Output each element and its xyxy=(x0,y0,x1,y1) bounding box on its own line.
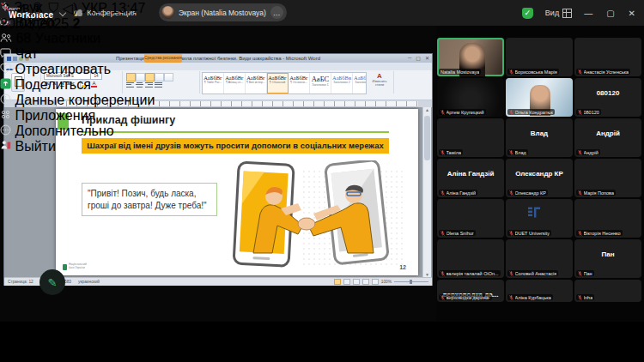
participant-tile[interactable]: Марія Попова xyxy=(574,159,641,197)
apps-button[interactable]: Приложения xyxy=(0,108,155,124)
windows-taskbar: ⌃ ✓ 🎙 ⛉ ◁) УКР 13:4720.03.2025 2 xyxy=(0,0,145,32)
style-chip[interactable]: АаБбВг ¶ Основно... xyxy=(289,73,310,94)
paragraph-mark-button[interactable] xyxy=(164,73,173,81)
zoom-slider[interactable] xyxy=(394,281,428,282)
scroll-up-icon[interactable]: ▲ xyxy=(423,107,431,112)
participant-tile[interactable]: Inha xyxy=(574,280,641,302)
tray-mic-icon[interactable]: 🎙 xyxy=(31,1,45,15)
participant-tile[interactable]: Анастасія Успенська xyxy=(574,38,641,76)
tray-antivirus-icon[interactable]: ✓ xyxy=(15,1,27,15)
participant-tile[interactable]: Таміла xyxy=(437,118,504,157)
word-close-button[interactable]: ✕ xyxy=(425,55,429,61)
style-chip[interactable]: АаБбВв Заголовок 3 xyxy=(353,73,367,94)
more-button[interactable]: Дополнительно xyxy=(0,124,155,139)
participant-tile[interactable]: верховодка да... верховодка дарина- xyxy=(437,280,504,302)
participant-tile[interactable]: Пан Пан xyxy=(574,239,641,278)
style-chip[interactable]: АаБбВг ¶ Абзац сп... xyxy=(224,73,246,94)
participant-tile[interactable]: Андрій Андрій xyxy=(574,118,641,157)
participant-name-label: Inha xyxy=(576,294,594,300)
mic-muted-icon xyxy=(509,150,513,155)
shared-screen-pill[interactable]: Экран (Natalia Mostovaya) ... xyxy=(159,3,287,21)
participant-name-label: Ольга Кондратюк xyxy=(507,109,555,115)
word-minimize-button[interactable]: ─ xyxy=(408,55,411,61)
leave-button[interactable]: Выйти xyxy=(0,139,155,154)
participant-tile[interactable]: DUET University xyxy=(506,199,573,238)
security-shield-icon[interactable]: ✓ xyxy=(522,8,533,19)
tray-network-icon[interactable]: ⛉ xyxy=(48,1,58,15)
participant-tile[interactable]: Аліна Курбацька xyxy=(506,280,573,302)
participant-tile[interactable]: Ольга Кондратюк xyxy=(506,78,573,117)
phones-handshake-illustration xyxy=(221,160,405,272)
annotation-indicator[interactable]: ✎ xyxy=(39,269,65,295)
info-icon xyxy=(0,94,11,105)
participant-tile[interactable]: Olena Snihur xyxy=(437,199,504,238)
sort-button[interactable] xyxy=(155,73,164,81)
participant-name-label: Olena Snihur xyxy=(439,230,476,236)
view-web-button[interactable] xyxy=(353,279,360,285)
style-chip[interactable]: АаБбВг ¶ Table Par... xyxy=(203,73,224,94)
zoom-level[interactable]: 100% xyxy=(381,280,392,284)
participant-name-label: DUET University xyxy=(507,230,551,236)
heart-icon xyxy=(0,63,11,74)
view-print-layout-button[interactable] xyxy=(334,279,341,285)
participant-name-large: Влад xyxy=(506,130,573,137)
change-styles-icon: А xyxy=(368,72,391,80)
participant-tile[interactable]: Соловей Анастасія xyxy=(506,239,573,278)
word-maximize-button[interactable]: ▢ xyxy=(416,55,421,61)
view-fullscreen-button[interactable] xyxy=(343,279,350,285)
chat-button[interactable]: Чат xyxy=(0,46,155,62)
participant-name-label: Влад xyxy=(507,149,528,155)
participant-tile[interactable]: Влад Влад xyxy=(506,118,573,157)
participant-tile[interactable]: Артем Крупицкий xyxy=(437,78,504,117)
system-tray: ⌃ ✓ 🎙 ⛉ ◁) УКР 13:4720.03.2025 2 xyxy=(0,0,145,32)
style-chip[interactable]: АаБбВг ¶ Обычный xyxy=(267,73,289,94)
participant-tile[interactable]: валерія талалай ОіOn... xyxy=(437,239,504,278)
react-button[interactable]: Отреагировать xyxy=(0,62,155,77)
participant-tile[interactable]: Аліна Гандзій Аліна Гандзій xyxy=(437,159,504,197)
participants-button[interactable]: 68 Участники xyxy=(0,31,155,46)
mic-muted-icon xyxy=(578,295,582,300)
participant-name-label: валерія талалай ОіOn... xyxy=(439,270,501,276)
participants-count: 68 xyxy=(15,31,31,45)
minimize-button[interactable]: — xyxy=(584,9,592,18)
change-styles-button[interactable]: А Изменить стили xyxy=(368,72,391,93)
justify-button[interactable] xyxy=(155,81,162,88)
meeting-info-button[interactable]: Данные конференции xyxy=(0,93,155,108)
participant-name-label: Natalia Mostovaya xyxy=(439,69,481,75)
participant-tile[interactable]: Олександр КР Олександр КР xyxy=(506,159,573,197)
style-chip[interactable]: АаБбВг ¶ Без интер... xyxy=(246,73,267,94)
close-button[interactable]: ✕ xyxy=(629,9,635,18)
view-draft-button[interactable] xyxy=(372,279,379,285)
notification-icon[interactable]: 2 xyxy=(73,16,81,31)
participant-avatar xyxy=(527,245,551,269)
style-chip[interactable]: АаБбВв Заголовок 2 xyxy=(331,73,353,94)
share-button[interactable]: Поделиться xyxy=(0,77,155,93)
view-outline-button[interactable] xyxy=(362,279,369,285)
language-indicator[interactable]: УКР xyxy=(82,1,107,15)
participant-name-large: Аліна Гандзій xyxy=(437,170,504,178)
participant-name-label: Пан xyxy=(576,270,594,276)
tray-volume-icon[interactable]: ◁) xyxy=(63,1,78,15)
participant-avatar xyxy=(459,205,483,229)
grid-view-icon xyxy=(562,9,572,18)
chat-icon xyxy=(0,48,11,58)
style-chip[interactable]: АаБС Заголовок 1 xyxy=(310,73,331,94)
status-language[interactable]: украинский xyxy=(78,280,100,284)
participant-tile[interactable]: Natalia Mostovaya xyxy=(437,38,504,76)
participant-tile[interactable]: Вікторія Несенко xyxy=(574,199,641,238)
participant-tile[interactable]: Борисовська Марія xyxy=(506,38,573,76)
maximize-button[interactable]: ▢ xyxy=(606,9,614,18)
participant-name-label: Олександр КР xyxy=(507,190,548,196)
duet-logo-icon xyxy=(527,205,541,219)
document-scrollbar[interactable]: ▲ ▼ xyxy=(422,107,431,277)
mic-muted-icon xyxy=(440,271,445,276)
scrollbar-thumb[interactable] xyxy=(424,116,430,160)
pill-more-icon[interactable]: ... xyxy=(270,6,283,19)
mic-muted-icon xyxy=(578,271,582,276)
mic-muted-icon xyxy=(509,231,513,236)
participant-tile[interactable]: 080120 080120 xyxy=(574,78,641,117)
participant-name-label: 080120 xyxy=(576,109,601,115)
tray-expand-icon[interactable]: ⌃ xyxy=(0,1,11,15)
view-button[interactable]: Вид xyxy=(545,9,572,18)
participant-avatar xyxy=(459,245,483,269)
